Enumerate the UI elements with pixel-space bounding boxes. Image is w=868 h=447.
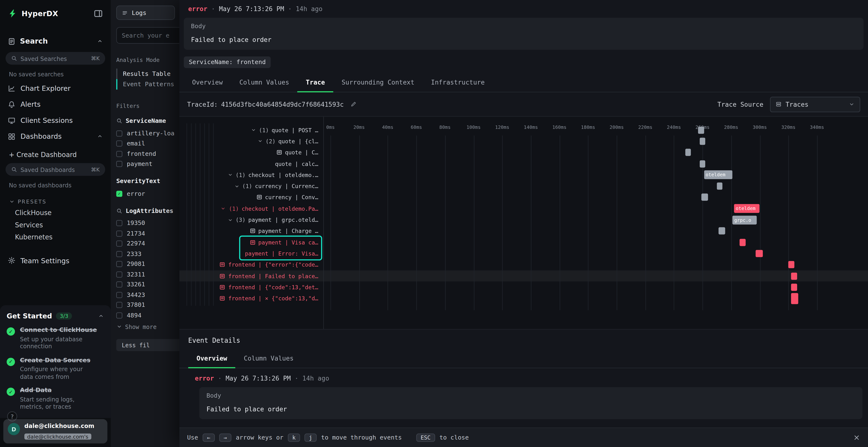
tab-column-values[interactable]: Column Values [231, 73, 298, 92]
filter-option-29081[interactable]: 29081 [116, 259, 179, 269]
tab-trace[interactable]: Trace [298, 73, 333, 92]
presets-header[interactable]: PRESETS [0, 191, 111, 207]
tab-infrastructure[interactable]: Infrastructure [423, 73, 493, 92]
span-bar[interactable] [698, 127, 704, 134]
checkbox[interactable] [116, 241, 122, 247]
chevron-down-icon[interactable] [257, 138, 263, 144]
service-name-tag[interactable]: ServiceName: frontend [184, 56, 271, 68]
span-bar[interactable] [685, 149, 691, 156]
span-bar[interactable] [791, 272, 797, 280]
trace-source-select[interactable]: Traces [770, 97, 860, 112]
span-bar[interactable] [740, 239, 745, 246]
create-dashboard-button[interactable]: + Create Dashboard [0, 144, 111, 161]
left-arrow-key[interactable]: ← [203, 433, 215, 442]
get-started-header[interactable]: Get Started 3/3 [7, 312, 104, 320]
preset-kubernetes[interactable]: Kubernetes [0, 231, 111, 243]
span-bar[interactable] [700, 138, 706, 145]
get-started-item[interactable]: ✓ Connect to ClickHouse Set up your data… [7, 326, 104, 350]
checkbox[interactable] [116, 261, 122, 267]
chevron-down-icon[interactable] [250, 127, 256, 133]
user-account[interactable]: D dale@clickhouse.com dale@clickhouse.co… [3, 419, 107, 443]
filter-option-33261[interactable]: 33261 [116, 280, 179, 290]
filter-option-email[interactable]: email [116, 138, 179, 148]
trace-row[interactable]: quote | C… [179, 147, 323, 158]
filter-option-error[interactable]: ✓ error [116, 188, 179, 199]
tab-surrounding-context[interactable]: Surrounding Context [333, 73, 423, 92]
trace-row[interactable]: payment | Charge … [179, 226, 323, 237]
chevron-up-icon[interactable] [97, 38, 103, 44]
trace-row[interactable]: (1) quote | POST … [179, 125, 323, 136]
sidebar-item-client-sessions[interactable]: Client Sessions [0, 112, 111, 128]
span-bar[interactable] [701, 194, 708, 201]
span-bar[interactable] [700, 160, 706, 167]
sidebar-item-dashboards[interactable]: Dashboards [0, 128, 111, 144]
trace-row[interactable]: (1) currency | Currenc… [179, 181, 323, 192]
checkbox[interactable] [116, 281, 122, 287]
checkbox[interactable] [116, 141, 122, 147]
filter-option-21734[interactable]: 21734 [116, 228, 179, 238]
filter-option-artillery-loa[interactable]: artillery-loa [116, 128, 179, 138]
checkbox[interactable] [116, 151, 122, 157]
j-key[interactable]: j [305, 433, 317, 442]
saved-searches-input[interactable]: Saved Searches ⌘K [5, 52, 105, 65]
span-bar[interactable] [788, 261, 794, 268]
filter-option-37801[interactable]: 37801 [116, 300, 179, 310]
trace-row[interactable]: frontend | Failed to place… [179, 270, 323, 281]
checkbox[interactable] [116, 231, 122, 237]
get-started-item[interactable]: ✓ Add Data Start sending logs, metrics, … [7, 387, 104, 411]
trace-row[interactable]: frontend | {"error":{"code… [179, 259, 323, 271]
trace-row[interactable]: frontend | × {"code":13,"d… [179, 293, 323, 304]
chevron-down-icon[interactable] [227, 217, 233, 222]
analysis-mode-results-table[interactable]: Results Table [116, 69, 179, 79]
checkbox[interactable] [116, 161, 122, 167]
edit-icon[interactable] [350, 101, 356, 107]
span-bar[interactable] [791, 293, 799, 304]
k-key[interactable]: k [288, 433, 300, 442]
chevron-down-icon[interactable] [234, 183, 240, 189]
tab-overview[interactable]: Overview [184, 73, 231, 92]
trace-row[interactable]: (1) checkout | oteldemo.Pa… [179, 203, 323, 214]
chevron-down-icon[interactable] [227, 172, 233, 178]
checkbox[interactable] [116, 312, 122, 318]
checkbox[interactable] [116, 302, 122, 308]
sidebar-item-chart-explorer[interactable]: Chart Explorer [0, 80, 111, 96]
source-selector-button[interactable]: Logs [116, 5, 175, 20]
span-bar[interactable] [755, 250, 763, 257]
saved-dashboards-input[interactable]: Saved Dashboards ⌘K [5, 163, 105, 176]
trace-row[interactable]: quote | calc… [179, 158, 323, 169]
chevron-up-icon[interactable] [98, 313, 104, 319]
checkbox[interactable] [116, 220, 122, 226]
right-arrow-key[interactable]: → [219, 433, 231, 442]
show-more-button[interactable]: Show more [116, 323, 179, 330]
filter-option-34423[interactable]: 34423 [116, 290, 179, 300]
filter-option-19350[interactable]: 19350 [116, 218, 179, 228]
get-started-item[interactable]: ✓ Create Data Sources Configure where yo… [7, 356, 104, 381]
close-icon[interactable] [853, 434, 860, 441]
trace-row[interactable]: currency | Conv… [179, 192, 323, 203]
filter-option-2333[interactable]: 2333 [116, 249, 179, 259]
span-bar[interactable]: grpc.o [733, 215, 757, 224]
checkbox[interactable] [116, 292, 122, 298]
less-filters-button[interactable]: Less fil [116, 339, 179, 351]
filter-option-22974[interactable]: 22974 [116, 239, 179, 249]
span-bar[interactable]: oteldem [734, 204, 760, 213]
chevron-down-icon[interactable] [221, 206, 226, 211]
sidebar-item-team-settings[interactable]: Team Settings [0, 252, 111, 269]
filter-option-payment[interactable]: payment [116, 159, 179, 169]
trace-row[interactable]: frontend | {"code":13,"det… [179, 281, 323, 293]
filter-option-32311[interactable]: 32311 [116, 269, 179, 279]
trace-row[interactable]: (1) checkout | oteldemo.… [179, 169, 323, 181]
trace-row[interactable]: (3) payment | grpc.oteld… [179, 214, 323, 226]
collapse-sidebar-icon[interactable] [94, 9, 103, 18]
checkbox[interactable] [116, 130, 122, 136]
event-search-input[interactable] [116, 27, 179, 44]
filter-option-frontend[interactable]: frontend [116, 149, 179, 159]
span-bar[interactable] [718, 227, 725, 235]
chevron-up-icon[interactable] [97, 133, 103, 139]
preset-clickhouse[interactable]: ClickHouse [0, 207, 111, 219]
search-section-header[interactable]: Search [0, 32, 111, 50]
checkbox[interactable] [116, 271, 122, 277]
esc-key[interactable]: ESC [416, 433, 435, 442]
tab-overview[interactable]: Overview [188, 349, 236, 368]
tab-column-values[interactable]: Column Values [236, 349, 302, 368]
